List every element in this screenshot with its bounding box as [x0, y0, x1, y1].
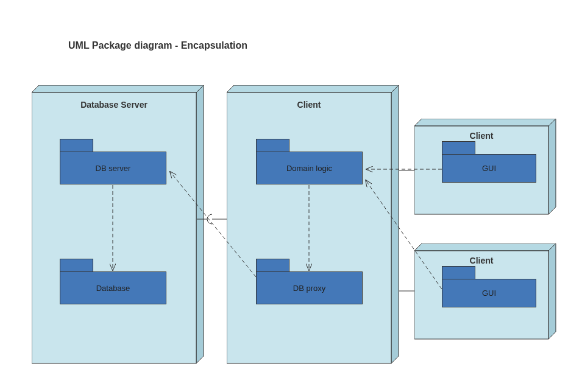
svg-rect-2	[32, 93, 196, 363]
svg-rect-5	[227, 93, 391, 363]
diagram-title: UML Package diagram - Encapsulation	[68, 40, 247, 51]
package-label-database: Database	[96, 284, 130, 293]
container-label-client-top: Client	[414, 131, 548, 141]
svg-marker-1	[32, 85, 204, 93]
container-label-client-bottom: Client	[414, 256, 548, 265]
svg-marker-7	[414, 119, 556, 126]
container-label-client-main: Client	[227, 100, 391, 110]
package-label-db-server: DB server	[96, 164, 131, 173]
package-label-gui-top: GUI	[482, 164, 496, 173]
package-label-gui-bottom: GUI	[482, 289, 496, 298]
package-label-domain-logic: Domain logic	[286, 164, 332, 173]
svg-marker-4	[227, 85, 399, 93]
svg-marker-10	[414, 243, 556, 251]
container-label-database-server: Database Server	[32, 100, 196, 110]
package-label-db-proxy: DB proxy	[293, 284, 325, 293]
